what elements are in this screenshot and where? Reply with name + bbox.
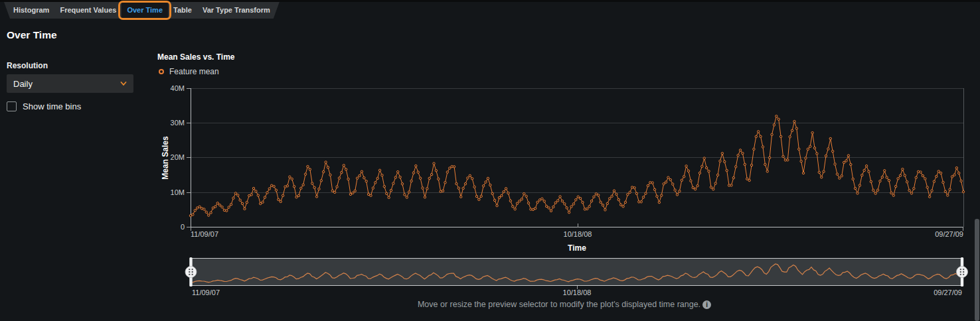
x-axis-tick-labels: 11/09/07 10/18/08 09/27/09 <box>191 230 963 238</box>
svg-text:20M: 20M <box>171 153 185 161</box>
show-time-bins-checkbox[interactable] <box>7 101 17 111</box>
y-axis-ticks <box>187 89 191 227</box>
page-title: Over Time <box>7 29 57 41</box>
x-axis-title: Time <box>568 243 586 253</box>
tab-over-time[interactable]: Over Time <box>122 2 168 19</box>
tab-over-time-label: Over Time <box>127 6 163 14</box>
show-time-bins-label: Show time bins <box>23 101 81 111</box>
svg-text:30M: 30M <box>171 119 185 127</box>
series-markers-feature-mean[interactable] <box>189 115 964 217</box>
svg-text:10/18/08: 10/18/08 <box>563 289 592 296</box>
resolution-value: Daily <box>13 79 120 89</box>
svg-text:11/09/07: 11/09/07 <box>192 289 220 296</box>
tab-var-type-transform[interactable]: Var Type Transform <box>197 2 276 19</box>
mean-sales-over-time-chart[interactable]: 0 10M 20M 30M 40M 11/09/07 10/18/08 09/2… <box>159 84 969 255</box>
tab-histogram[interactable]: Histogram <box>8 2 54 19</box>
open-circle-marker-icon <box>159 69 164 74</box>
resolution-select[interactable]: Daily <box>7 74 133 93</box>
chevron-down-icon <box>120 80 127 87</box>
svg-text:09/27/09: 09/27/09 <box>934 289 962 296</box>
svg-text:0: 0 <box>181 223 185 231</box>
legend-label: Feature mean <box>169 67 219 76</box>
y-axis-title: Mean Sales <box>161 136 170 180</box>
legend-item-feature-mean[interactable]: Feature mean <box>159 67 219 76</box>
gridlines <box>191 89 963 193</box>
tab-table[interactable]: Table <box>168 2 197 19</box>
y-axis-tick-labels: 0 10M 20M 30M 40M <box>171 84 185 231</box>
svg-text:11/09/07: 11/09/07 <box>191 230 218 238</box>
over-time-panel: Histogram Frequent Values Over Time Tabl… <box>0 0 980 321</box>
chart-title: Mean Sales vs. Time <box>157 52 235 62</box>
time-range-preview[interactable]: 11/09/07 10/18/08 09/27/09 <box>159 255 969 298</box>
svg-text:10M: 10M <box>171 188 185 196</box>
tab-bar: Histogram Frequent Values Over Time Tabl… <box>4 2 280 19</box>
info-icon[interactable]: i <box>702 300 711 309</box>
tab-frequent-values[interactable]: Frequent Values <box>54 2 122 19</box>
caption-text: Move or resize the preview selector to m… <box>418 300 700 309</box>
preview-help-caption: Move or resize the preview selector to m… <box>159 300 969 309</box>
svg-text:10/18/08: 10/18/08 <box>564 230 592 238</box>
show-time-bins-row[interactable]: Show time bins <box>7 101 81 111</box>
vertical-scrollbar-thumb[interactable] <box>975 219 979 321</box>
resolution-label: Resolution <box>7 61 48 70</box>
preview-tick-labels: 11/09/07 10/18/08 09/27/09 <box>192 289 962 296</box>
svg-text:40M: 40M <box>171 84 185 92</box>
svg-text:09/27/09: 09/27/09 <box>935 230 963 238</box>
